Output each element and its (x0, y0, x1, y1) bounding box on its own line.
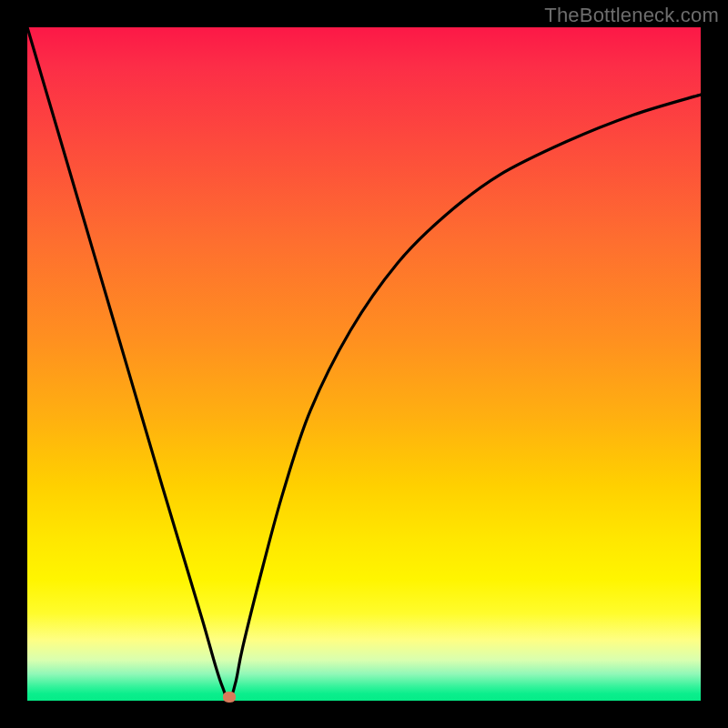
curve-path (27, 27, 701, 701)
watermark-text: TheBottleneck.com (544, 4, 719, 27)
bottleneck-curve (27, 27, 701, 701)
chart-frame: TheBottleneck.com (0, 0, 728, 728)
plot-area (27, 27, 701, 701)
minimum-marker (223, 692, 236, 703)
